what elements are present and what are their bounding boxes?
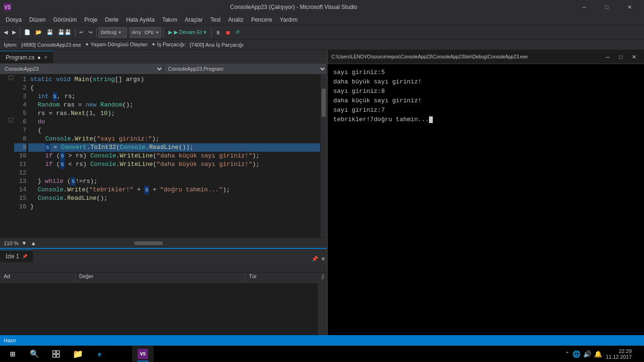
process-id[interactable]: [4880] ConsoleApp23.exe <box>21 42 81 48</box>
svg-rect-3 <box>57 354 59 357</box>
undo-button[interactable]: ↩ <box>77 27 85 38</box>
thread-id[interactable]: [7400] Ana İş Parçacığı <box>190 42 243 48</box>
menu-yardim[interactable]: Yardım <box>276 16 301 24</box>
taskbar-explorer-icon[interactable]: 📁 <box>67 346 89 362</box>
debug-mode-dropdown[interactable]: Debug ▾ <box>99 27 127 38</box>
console-path: C:\Users\LENOVO\source\repos\ConsoleApp2… <box>331 54 528 59</box>
menu-derle[interactable]: Derle <box>101 16 123 24</box>
code-area[interactable]: - - 1 2 3 4 5 6 7 8 9 10 11 12 13 <box>0 74 327 238</box>
clock-time: 22:29 <box>619 348 632 354</box>
cpu-mode-dropdown[interactable]: Any CPU ▾ <box>130 27 161 38</box>
window-controls: ─ □ ✕ <box>573 0 640 14</box>
close-button[interactable]: ✕ <box>619 0 640 14</box>
taskbar-search-icon[interactable]: 🔍 <box>24 346 45 362</box>
svg-rect-1 <box>57 351 59 354</box>
console-line-1: sayı giriniz:5 <box>333 68 638 77</box>
pause-button[interactable]: ⏸ <box>214 27 223 38</box>
console-close-button[interactable]: ✕ <box>628 53 640 61</box>
taskbar-store-icon[interactable]: 🛍 <box>154 346 175 362</box>
tab-close-button[interactable]: ✕ <box>44 55 48 60</box>
menu-test[interactable]: Test <box>206 16 224 24</box>
status-bar: Hazır <box>0 335 644 346</box>
new-file-button[interactable]: 📄 <box>22 27 33 38</box>
console-line-5: sayı giriniz:7 <box>333 106 638 115</box>
code-line-10: if (s > rs) Console.WriteLine("daha küçü… <box>28 152 320 160</box>
watch-col-tur: Tür <box>245 272 317 282</box>
tray-network-icon[interactable]: 🌐 <box>572 350 580 358</box>
method-selector[interactable]: ConsoleApp23.Program <box>164 64 327 74</box>
zoom-increase-button[interactable]: ▲ <box>30 240 37 247</box>
tray-arrow-icon[interactable]: ⌃ <box>565 351 570 357</box>
code-line-11: if (s < rs) Console.WriteLine("daha büyü… <box>28 160 320 169</box>
bottom-toolbar <box>0 262 327 272</box>
save-all-button[interactable]: 💾💾 <box>56 27 73 38</box>
tray-volume-icon[interactable]: 🔊 <box>583 350 591 358</box>
open-button[interactable]: 📂 <box>33 27 44 38</box>
system-clock[interactable]: 22:29 11.12.2017 <box>606 348 632 360</box>
code-line-15: Console.ReadLine(); <box>28 194 320 203</box>
code-line-12 <box>28 169 320 177</box>
back-button[interactable]: ◀ <box>2 27 9 38</box>
menu-duzen[interactable]: Düzen <box>25 16 50 24</box>
taskbar-edge-icon[interactable]: e <box>89 346 110 362</box>
console-panel: C:\Users\LENOVO\source\repos\ConsoleApp2… <box>327 50 644 335</box>
stop-button[interactable]: ⏹ <box>223 27 232 38</box>
status-text: Hazır <box>4 337 16 343</box>
console-line-3: sayı giriniz:8 <box>333 87 638 96</box>
menu-dosya[interactable]: Dosya <box>2 16 25 24</box>
menu-araclar[interactable]: Araçlar <box>181 16 206 24</box>
menu-hata-ayikla[interactable]: Hata Ayıkla <box>122 16 158 24</box>
console-line-2: daha büyük sayı giriniz! <box>333 77 638 87</box>
tab-dirty: ● <box>37 54 41 61</box>
menu-proje[interactable]: Proje <box>81 16 101 24</box>
zoom-decrease-button[interactable]: ▼ <box>20 240 28 247</box>
toolbar: ◀ ▶ 📄 📂 💾 💾💾 ↩ ↪ Debug ▾ Any CPU ▾ ▶ ▶ D… <box>0 25 644 40</box>
toolbar-sep-2 <box>75 28 75 37</box>
lifecycle-label[interactable]: ✦ Yaşam Döngüsü Olayları <box>85 41 148 48</box>
menu-pencere[interactable]: Pencere <box>248 16 276 24</box>
save-button[interactable]: 💾 <box>45 27 55 38</box>
taskbar-mail-icon[interactable]: ✉ <box>110 346 132 362</box>
parallel-label: ✦ İş Parçacığı: <box>151 41 186 48</box>
class-selector[interactable]: ConsoleApp23 <box>0 64 164 74</box>
redo-button[interactable]: ↪ <box>86 27 94 38</box>
menu-gorunum[interactable]: Görünüm <box>50 16 81 24</box>
watch-ha-label: Ha <box>320 274 325 280</box>
code-line-4: Random ras = new Random(); <box>28 101 320 109</box>
maximize-button[interactable]: □ <box>596 0 618 14</box>
panel-pin-button[interactable]: 📌 <box>310 256 320 262</box>
gutter-column: - - <box>8 74 14 238</box>
code-content[interactable]: static void Main(string[] args) { int s,… <box>28 74 320 238</box>
watch-header: Ad Değer Tür <box>0 272 317 283</box>
watch-tab-icon: 📌 <box>22 254 27 259</box>
menu-analiz[interactable]: Analiz <box>224 16 248 24</box>
console-maximize-button[interactable]: □ <box>615 53 627 61</box>
program-cs-tab[interactable]: Program.cs ● ✕ <box>0 51 53 63</box>
watch-col-ad: Ad <box>0 272 75 282</box>
svg-rect-0 <box>53 351 56 354</box>
start-button[interactable]: ⊞ <box>2 346 24 362</box>
clock-date: 11.12.2017 <box>606 354 632 360</box>
watch-tab[interactable]: İzle 1 📌 <box>0 250 33 262</box>
collapse-do-button[interactable]: - <box>8 118 13 123</box>
taskbar-taskview-button[interactable] <box>45 346 67 362</box>
toolbar-sep-5 <box>211 28 212 37</box>
collapse-main-button[interactable]: - <box>8 75 13 80</box>
panel-close-button[interactable]: ✕ <box>320 256 327 262</box>
minimize-button[interactable]: ─ <box>573 0 595 14</box>
console-minimize-button[interactable]: ─ <box>602 53 614 61</box>
window-title: ConsoleApp23 (Çalışıyor) - Microsoft Vis… <box>14 4 573 10</box>
menu-takim[interactable]: Takım <box>158 16 181 24</box>
taskbar-vs-icon[interactable]: VS <box>132 346 154 362</box>
toolbar-sep-4 <box>163 28 164 37</box>
svg-rect-2 <box>53 354 56 357</box>
restart-button[interactable]: ↺ <box>233 27 241 38</box>
continue-button[interactable]: ▶ ▶ Devam Et ▾ <box>165 28 209 36</box>
tray-notification-icon[interactable]: 🔔 <box>594 350 602 358</box>
code-line-6: do <box>28 118 320 126</box>
code-line-13: } while (s!=rs); <box>28 177 320 186</box>
code-line-14: Console.Write("tebrikler!" + s + "doğru … <box>28 186 320 194</box>
code-line-7: { <box>28 126 320 135</box>
vertical-scrollbar[interactable] <box>320 74 327 238</box>
forward-button[interactable]: ▶ <box>10 27 18 38</box>
